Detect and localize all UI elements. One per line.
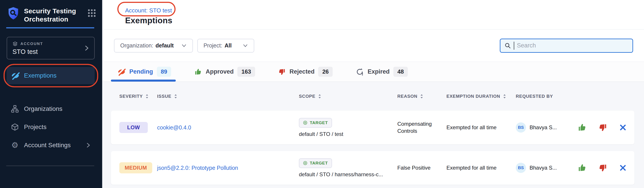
requester-name: Bhavya S... xyxy=(530,124,557,131)
page-header: Account: STO test Exemptions xyxy=(103,0,644,29)
issue-link[interactable]: cookie@0.4.0 xyxy=(157,124,191,131)
layers-icon xyxy=(12,41,18,47)
scope-cell: TARGET default / STO / test xyxy=(299,118,397,137)
exemptions-table: SEVERITY ISSUE SCOPE REASON EXEMPTION DU… xyxy=(103,82,644,185)
column-header-requested-by: REQUESTED BY xyxy=(516,94,574,99)
cube-icon xyxy=(11,123,19,131)
requested-by-cell: BS Bhavya S... xyxy=(516,163,574,173)
tab-rejected[interactable]: Rejected 26 xyxy=(278,67,333,77)
account-scope-card[interactable]: ACCOUNT STO test xyxy=(7,37,95,59)
tab-label: Rejected xyxy=(290,68,315,75)
account-name: STO test xyxy=(12,48,89,55)
scope-path: default / STO / harness/harness-c... xyxy=(299,171,397,178)
sort-icon[interactable] xyxy=(146,94,148,98)
cancel-x-icon[interactable] xyxy=(619,124,626,131)
requested-by-cell: BS Bhavya S... xyxy=(516,122,574,133)
exemption-status-tabs: Pending 89 Approved 163 Rejected 26 Expi… xyxy=(103,62,644,82)
thumb-down-icon xyxy=(278,68,286,76)
search-icon xyxy=(504,42,511,49)
sort-icon[interactable] xyxy=(420,94,423,98)
severity-badge: LOW xyxy=(119,122,148,133)
sidebar: Security Testing Orchestration ACCOUNT S… xyxy=(0,0,102,188)
duration-text: Exempted for all time xyxy=(446,124,516,131)
chevron-right-icon[interactable] xyxy=(84,45,90,51)
account-scope-label: ACCOUNT xyxy=(20,42,43,46)
column-header-scope: SCOPE xyxy=(299,94,397,99)
avatar: BS xyxy=(516,163,526,173)
chevron-right-icon xyxy=(85,142,91,148)
scope-cell: TARGET default / STO / harness/harness-c… xyxy=(299,158,397,178)
project-filter-dropdown[interactable]: Project: All xyxy=(197,39,254,53)
tab-pending[interactable]: Pending 89 xyxy=(118,67,171,77)
exemptions-page: { "app": { "title": "Security Testing Or… xyxy=(0,0,644,188)
tab-label: Approved xyxy=(206,68,234,75)
sidebar-item-exemptions[interactable]: Exemptions xyxy=(7,67,95,84)
eye-off-icon xyxy=(118,68,126,76)
chevron-down-icon xyxy=(243,43,248,48)
reason-text: False Positive xyxy=(397,164,446,171)
tab-count-badge: 89 xyxy=(157,67,171,77)
sidebar-item-label: Projects xyxy=(24,123,46,131)
sidebar-item-projects[interactable]: Projects xyxy=(7,118,95,136)
reject-thumb-down-icon[interactable] xyxy=(598,163,607,172)
issue-link[interactable]: json5@2.2.0: Prototype Pollution xyxy=(157,165,238,171)
sidebar-item-label: Exemptions xyxy=(24,72,56,79)
organization-filter-dropdown[interactable]: Organization: default xyxy=(114,39,193,53)
sort-icon[interactable] xyxy=(318,94,321,98)
sidebar-accent-bar xyxy=(6,27,94,28)
avatar: BS xyxy=(516,122,526,133)
column-header-issue: ISSUE xyxy=(157,94,299,99)
sidebar-divider xyxy=(6,166,94,166)
sidebar-item-label: Account Settings xyxy=(24,142,71,149)
table-header-row: SEVERITY ISSUE SCOPE REASON EXEMPTION DU… xyxy=(111,89,634,104)
target-icon xyxy=(303,120,308,125)
sidebar-item-account-settings[interactable]: ⚙ Account Settings xyxy=(7,136,95,154)
tab-expired[interactable]: Expired 48 xyxy=(356,67,408,77)
history-icon xyxy=(356,68,364,76)
approve-thumb-up-icon[interactable] xyxy=(578,163,586,172)
tab-approved[interactable]: Approved 163 xyxy=(194,67,255,77)
reject-thumb-down-icon[interactable] xyxy=(598,123,607,132)
sort-icon[interactable] xyxy=(503,94,506,98)
text-cursor xyxy=(514,42,514,50)
project-filter-value: All xyxy=(224,42,232,49)
table-row[interactable]: MEDIUM json5@2.2.0: Prototype Pollution … xyxy=(111,151,634,185)
sidebar-header: Security Testing Orchestration xyxy=(0,0,102,23)
organization-filter-label: Organization: xyxy=(120,42,153,49)
column-header-exemption-duration: EXEMPTION DURATION xyxy=(446,94,516,99)
reason-text: Compensating Controls xyxy=(397,120,446,134)
target-badge: TARGET xyxy=(299,118,332,128)
requester-name: Bhavya S... xyxy=(530,165,557,171)
target-icon xyxy=(303,161,308,165)
duration-text: Exempted for all time xyxy=(446,165,516,171)
project-filter-label: Project: xyxy=(204,42,222,49)
tab-count-badge: 48 xyxy=(393,67,408,77)
cancel-x-icon[interactable] xyxy=(619,164,626,171)
chevron-down-icon xyxy=(181,43,187,48)
severity-badge: MEDIUM xyxy=(119,162,152,173)
organization-filter-value: default xyxy=(156,42,174,49)
row-actions xyxy=(574,123,626,132)
table-row[interactable]: LOW cookie@0.4.0 TARGET default / STO / … xyxy=(111,111,634,144)
search-input[interactable] xyxy=(517,42,628,49)
search-box[interactable] xyxy=(500,39,633,53)
gear-icon: ⚙ xyxy=(11,141,19,149)
row-actions xyxy=(574,163,626,172)
tab-label: Expired xyxy=(368,68,390,75)
scope-path: default / STO / test xyxy=(299,131,397,137)
target-badge: TARGET xyxy=(299,158,332,168)
column-header-severity: SEVERITY xyxy=(119,94,157,99)
active-tab-underline xyxy=(111,80,176,82)
sort-icon[interactable] xyxy=(174,94,177,98)
tab-label: Pending xyxy=(129,68,153,75)
breadcrumb-account-link[interactable]: Account: STO test xyxy=(125,7,172,14)
app-switcher-grid-icon[interactable] xyxy=(88,9,96,17)
org-chart-icon xyxy=(11,105,19,113)
approve-thumb-up-icon[interactable] xyxy=(578,123,586,132)
sidebar-nav: Organizations Projects ⚙ Account Setting… xyxy=(0,100,102,154)
tab-count-badge: 26 xyxy=(318,67,333,77)
page-title: Exemptions xyxy=(125,16,172,25)
sidebar-item-organizations[interactable]: Organizations xyxy=(7,100,95,118)
sidebar-item-label: Organizations xyxy=(24,105,62,112)
app-title: Security Testing Orchestration xyxy=(24,7,83,23)
